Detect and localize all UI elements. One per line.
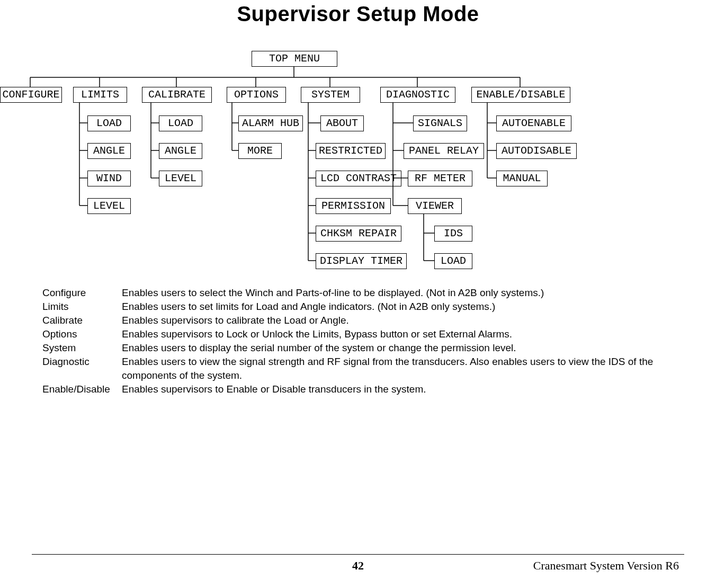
node-viewer-load: LOAD: [434, 253, 472, 269]
node-viewer-ids: IDS: [434, 226, 472, 242]
def-term: Enable/Disable: [42, 382, 122, 396]
page-title: Supervisor Setup Mode: [0, 0, 716, 26]
def-desc: Enables users to display the serial numb…: [122, 341, 678, 355]
node-options-more: MORE: [238, 143, 282, 159]
node-calibrate-load: LOAD: [159, 115, 202, 131]
node-configure: CONFIGURE: [0, 87, 62, 103]
def-term: Options: [42, 327, 122, 341]
node-limits-wind: WIND: [87, 171, 131, 186]
node-system-permission: PERMISSION: [316, 198, 391, 214]
footer-version: Cranesmart System Version R6: [533, 559, 679, 573]
node-enable: ENABLE/DISABLE: [471, 87, 570, 103]
footer-rule: [32, 554, 684, 555]
node-limits-load: LOAD: [87, 115, 131, 131]
def-term: Limits: [42, 300, 122, 314]
def-desc: Enables supervisors to Enable or Disable…: [122, 382, 678, 396]
node-limits-level: LEVEL: [87, 198, 131, 214]
node-system-restricted: RESTRICTED: [316, 143, 386, 159]
node-diag-panel: PANEL RELAY: [404, 143, 484, 159]
node-system-lcd: LCD CONTRAST: [316, 171, 401, 186]
def-desc: Enables users to view the signal strengt…: [122, 355, 678, 382]
node-calibrate-level: LEVEL: [159, 171, 202, 186]
node-options: OPTIONS: [227, 87, 286, 103]
node-top-menu: TOP MENU: [252, 51, 337, 67]
node-calibrate-angle: ANGLE: [159, 143, 202, 159]
node-system: SYSTEM: [301, 87, 360, 103]
node-enable-manual: MANUAL: [496, 171, 548, 186]
node-diagnostic: DIAGNOSTIC: [380, 87, 455, 103]
def-desc: Enables supervisors to Lock or Unlock th…: [122, 327, 678, 341]
def-desc: Enables supervisors to calibrate the Loa…: [122, 314, 678, 327]
def-term: Diagnostic: [42, 355, 122, 382]
definitions: ConfigureEnables users to select the Win…: [42, 286, 678, 396]
def-term: System: [42, 341, 122, 355]
def-term: Configure: [42, 286, 122, 300]
node-diag-viewer: VIEWER: [408, 198, 462, 214]
node-options-alarm: ALARM HUB: [238, 115, 303, 131]
menu-tree-diagram: TOP MENU CONFIGURE LIMITS CALIBRATE OPTI…: [0, 41, 716, 269]
node-diag-signals: SIGNALS: [413, 115, 467, 131]
node-diag-rf: RF METER: [408, 171, 472, 186]
def-term: Calibrate: [42, 314, 122, 327]
node-system-about: ABOUT: [320, 115, 364, 131]
def-desc: Enables users to select the Winch and Pa…: [122, 286, 678, 300]
node-limits: LIMITS: [73, 87, 127, 103]
node-system-timer: DISPLAY TIMER: [316, 253, 407, 269]
node-enable-auto: AUTOENABLE: [496, 115, 571, 131]
page-footer: 42 Cranesmart System Version R6: [0, 554, 716, 575]
node-limits-angle: ANGLE: [87, 143, 131, 159]
node-calibrate: CALIBRATE: [142, 87, 212, 103]
node-enable-autodis: AUTODISABLE: [496, 143, 577, 159]
node-system-chksm: CHKSM REPAIR: [316, 226, 401, 242]
def-desc: Enables users to set limits for Load and…: [122, 300, 678, 314]
